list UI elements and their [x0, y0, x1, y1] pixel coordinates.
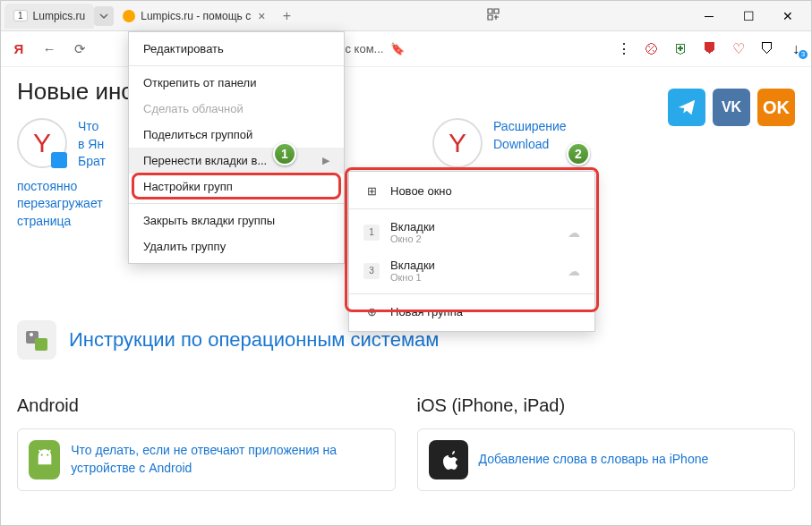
ios-card[interactable]: Добавление слова в словарь на iPhone: [417, 428, 796, 491]
social-buttons: VK OK: [668, 89, 795, 126]
security-shield-icon[interactable]: ⛨: [673, 41, 689, 57]
adblock-icon[interactable]: ⛒: [645, 41, 661, 57]
ios-link[interactable]: Добавление слова в словарь на iPhone: [479, 451, 709, 469]
sub-window-2[interactable]: 1 Вкладки Окно 2 ☁: [349, 213, 594, 251]
window-controls: ─ ☐ ✕: [689, 3, 808, 30]
android-heading: Android: [17, 395, 396, 416]
ios-column: iOS (iPhone, iPad) Добавление слова в сл…: [417, 395, 796, 491]
new-group-icon: ⊕: [363, 305, 380, 318]
card-text: РасширениеDownload: [493, 118, 567, 153]
apple-icon: [429, 440, 468, 479]
svg-point-3: [40, 454, 42, 455]
tab-label: Lumpics.ru - помощь с: [141, 10, 251, 22]
new-tab-button[interactable]: +: [276, 8, 297, 24]
card-text: Чтов ЯнБрат: [78, 118, 106, 171]
separator: [129, 65, 344, 66]
move-tabs-submenu: ⊞ Новое окно 1 Вкладки Окно 2 ☁ 3 Вкладк…: [348, 171, 595, 332]
annotation-badge-2: 2: [567, 142, 590, 165]
card-link[interactable]: РасширениеDownload: [493, 119, 567, 151]
tab-group-context-menu: Редактировать Открепить от панели Сделат…: [128, 31, 345, 264]
tab-count-badge: 1: [13, 10, 28, 21]
yandex-browser-icon: Y: [17, 118, 67, 168]
os-section-icon: [17, 320, 56, 360]
tab-bar: 1 Lumpics.ru Lumpics.ru - помощь с × + ─…: [1, 1, 811, 31]
ctx-group-settings[interactable]: Настройки групп: [129, 174, 344, 199]
tab-1[interactable]: 1 Lumpics.ru: [4, 4, 94, 29]
vk-button[interactable]: VK: [713, 89, 750, 126]
close-icon[interactable]: ×: [256, 9, 267, 23]
separator: [129, 203, 344, 204]
android-card[interactable]: Что делать, если не отвечают приложения …: [17, 428, 396, 491]
minimize-button[interactable]: ─: [689, 3, 729, 30]
maximize-button[interactable]: ☐: [729, 3, 768, 30]
tab-2[interactable]: Lumpics.ru - помощь с ×: [114, 4, 276, 29]
collections-icon[interactable]: [477, 7, 509, 24]
telegram-button[interactable]: [668, 89, 705, 126]
separator: [349, 208, 594, 209]
telegram-icon: [677, 98, 697, 117]
svg-point-2: [30, 333, 33, 336]
close-button[interactable]: ✕: [768, 3, 808, 30]
cloud-icon: ☁: [568, 264, 580, 278]
cloud-icon: ☁: [568, 225, 580, 240]
tab-label: Lumpics.ru: [33, 10, 86, 22]
yandex-browser-icon: Y: [432, 118, 483, 168]
ctx-make-cloud: Сделать облачной: [129, 96, 344, 122]
reload-button[interactable]: ⟳: [69, 38, 90, 60]
sub-new-window[interactable]: ⊞ Новое окно: [349, 177, 594, 205]
heart-icon[interactable]: ♡: [731, 41, 747, 57]
address-bar: Я ← ⟳ омощь с ком... 🔖 ⋮ ⛒ ⛨ ⛊ ♡ ⛉ ↓: [1, 31, 811, 67]
favicon-icon: [123, 10, 135, 22]
sub-new-group[interactable]: ⊕ Новая группа: [349, 298, 594, 326]
chevron-right-icon: ▶: [322, 155, 329, 166]
new-window-icon: ⊞: [363, 184, 380, 198]
lock-shield-icon[interactable]: ⛊: [702, 41, 718, 57]
annotation-badge-1: 1: [273, 142, 296, 165]
ctx-unpin[interactable]: Открепить от панели: [129, 70, 344, 96]
more-icon[interactable]: ⋮: [616, 41, 632, 57]
svg-point-4: [47, 454, 48, 455]
android-column: Android Что делать, если не отвечают при…: [17, 395, 396, 491]
feedback-icon[interactable]: ⛉: [759, 41, 775, 57]
sub-window-1[interactable]: 3 Вкладки Окно 1 ☁: [349, 251, 594, 290]
chevron-down-icon: [99, 12, 108, 21]
tab-group-dropdown[interactable]: [94, 6, 114, 26]
ctx-share-group[interactable]: Поделиться группой: [129, 122, 344, 148]
separator: [349, 293, 594, 294]
ctx-move-tabs[interactable]: Перенести вкладки в... ▶: [129, 148, 344, 174]
android-icon: [29, 440, 60, 479]
downloads-icon[interactable]: ↓: [788, 41, 804, 57]
ctx-close-tabs[interactable]: Закрыть вкладки группы: [129, 208, 344, 233]
back-button[interactable]: ←: [38, 38, 60, 60]
yandex-logo-icon[interactable]: Я: [8, 38, 30, 60]
address-field[interactable]: омощь с ком... 🔖: [305, 42, 574, 55]
svg-rect-1: [35, 338, 47, 351]
tab-count-badge: 1: [363, 225, 380, 241]
os-row: Android Что делать, если не отвечают при…: [17, 395, 795, 491]
android-link[interactable]: Что делать, если не отвечают приложения …: [71, 442, 383, 477]
ok-button[interactable]: OK: [757, 89, 795, 126]
tab-count-badge: 3: [363, 263, 380, 279]
ctx-edit[interactable]: Редактировать: [129, 36, 344, 62]
ctx-delete-group[interactable]: Удалить группу: [129, 233, 344, 259]
extension-icons: ⋮ ⛒ ⛨ ⛊ ♡ ⛉ ↓: [616, 41, 804, 57]
card-link[interactable]: Чтов ЯнБрат: [78, 119, 106, 168]
bookmark-icon[interactable]: 🔖: [390, 42, 405, 55]
ios-heading: iOS (iPhone, iPad): [417, 395, 796, 416]
